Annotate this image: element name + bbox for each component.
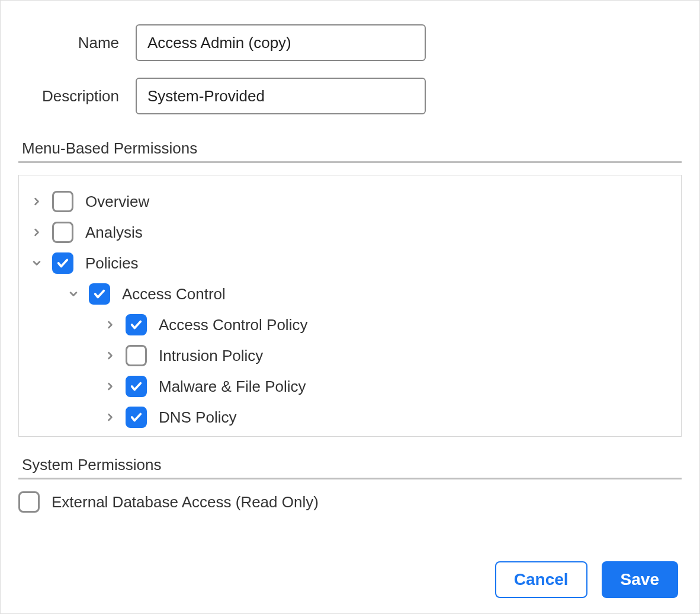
tree-row: Policies — [30, 248, 673, 279]
tree-label: Malware & File Policy — [159, 378, 306, 396]
permissions-tree-container: OverviewAnalysisPoliciesAccess ControlAc… — [18, 175, 682, 437]
chevron-right-icon[interactable] — [103, 410, 117, 424]
tree-checkbox[interactable] — [126, 376, 147, 397]
external-db-row: External Database Access (Read Only) — [18, 491, 682, 513]
tree-label: DNS Policy — [159, 408, 236, 427]
chevron-right-icon[interactable] — [103, 318, 117, 332]
description-input[interactable] — [136, 78, 426, 114]
divider — [18, 478, 682, 479]
chevron-right-icon[interactable] — [103, 379, 117, 394]
name-label: Name — [18, 34, 136, 52]
external-db-label: External Database Access (Read Only) — [52, 493, 319, 511]
tree-row: DNS Policy — [30, 402, 673, 433]
chevron-down-icon[interactable] — [66, 287, 81, 301]
menu-permissions-title: Menu-Based Permissions — [18, 139, 682, 158]
tree-label: Policies — [85, 254, 139, 273]
tree-label: Overview — [85, 193, 149, 211]
tree-checkbox[interactable] — [126, 345, 147, 366]
tree-label: Access Control — [122, 285, 226, 303]
tree-row: Overview — [30, 186, 673, 217]
tree-label: Analysis — [85, 223, 143, 242]
chevron-right-icon[interactable] — [103, 348, 117, 363]
save-button[interactable]: Save — [602, 561, 678, 598]
tree-checkbox[interactable] — [52, 191, 73, 212]
tree-label: Intrusion Policy — [159, 347, 263, 365]
tree-checkbox[interactable] — [89, 283, 110, 305]
tree-checkbox[interactable] — [52, 222, 73, 243]
tree-row: Access Control Policy — [30, 309, 673, 340]
permissions-tree[interactable]: OverviewAnalysisPoliciesAccess ControlAc… — [19, 175, 681, 436]
tree-checkbox[interactable] — [126, 314, 147, 335]
button-row: Cancel Save — [495, 561, 678, 598]
tree-row: Intrusion Policy — [30, 340, 673, 371]
chevron-right-icon[interactable] — [30, 225, 44, 239]
system-permissions-title: System Permissions — [18, 456, 682, 474]
tree-label: Access Control Policy — [159, 316, 307, 334]
description-row: Description — [18, 78, 682, 114]
divider — [18, 161, 682, 163]
tree-row: Analysis — [30, 217, 673, 248]
tree-row: Malware & File Policy — [30, 371, 673, 402]
name-row: Name — [18, 24, 682, 61]
external-db-checkbox[interactable] — [18, 491, 40, 513]
description-label: Description — [18, 87, 136, 105]
role-editor-panel: Name Description Menu-Based Permissions … — [0, 0, 700, 614]
tree-checkbox[interactable] — [52, 252, 73, 274]
cancel-button[interactable]: Cancel — [495, 561, 587, 598]
tree-row: Access Control — [30, 279, 673, 309]
name-input[interactable] — [136, 24, 426, 61]
chevron-down-icon[interactable] — [30, 256, 44, 270]
tree-checkbox[interactable] — [126, 407, 147, 428]
chevron-right-icon[interactable] — [30, 194, 44, 209]
